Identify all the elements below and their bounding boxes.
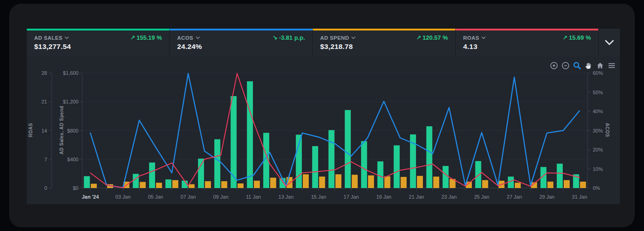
ad-spend-bar — [580, 182, 586, 188]
ad-sales-bar — [426, 126, 432, 188]
home-icon — [596, 61, 604, 70]
kpi-strip: AD SALES ↗155.19 % $13,277.54 ACOS ↘-3.8… — [27, 29, 620, 56]
ad-spend-bar — [417, 176, 423, 188]
ad-spend-bar — [368, 176, 374, 188]
trend-arrow-icon: ↗ — [416, 34, 421, 41]
acos-axis-title: ACOS — [605, 114, 610, 146]
hand-icon — [584, 61, 593, 70]
kpi-delta: ↗15.69 % — [562, 34, 591, 41]
ad-spend-bar — [189, 184, 195, 188]
chevron-down-icon[interactable] — [351, 36, 355, 39]
ad-spend-bar — [238, 183, 244, 188]
ad-spend-bar — [91, 184, 97, 188]
chart-plot[interactable] — [27, 56, 620, 204]
magnifier-icon — [573, 61, 581, 70]
ad-spend-bar — [352, 175, 358, 188]
ad-spend-bar — [303, 174, 309, 188]
expand-metrics-button[interactable] — [598, 29, 620, 56]
x-tick-label: Jan '24 — [77, 194, 104, 200]
ad-sales-bar — [329, 130, 335, 188]
money-tick-label: $1,600 — [27, 70, 78, 76]
ad-spend-bar — [433, 176, 439, 188]
kpi-label: ACOS — [177, 35, 193, 41]
hamburger-menu-icon — [608, 61, 616, 70]
ad-sales-bar — [165, 179, 171, 188]
money-tick-label: $400 — [27, 157, 78, 162]
trend-arrow-icon: ↗ — [130, 34, 135, 41]
ad-sales-bar — [475, 161, 481, 188]
x-tick-label: 15 Jan — [305, 194, 332, 200]
zoom-out-icon — [561, 61, 570, 70]
kpi-acos[interactable]: ACOS ↘-3.81 p.p. 24.24% — [169, 29, 313, 56]
ad-spend-bar — [140, 182, 146, 188]
ad-sales-bar — [149, 163, 155, 188]
acos-tick-label: 50% — [593, 90, 616, 95]
money-tick-label: $1,200 — [27, 99, 78, 104]
acos-tick-label: 10% — [593, 166, 616, 172]
ad-sales-bar — [312, 146, 318, 188]
chevron-down-icon[interactable] — [196, 36, 200, 39]
ad-sales-bar — [377, 161, 383, 188]
ad-spend-bar — [172, 180, 178, 188]
ad-spend-bar — [384, 176, 390, 188]
acos-tick-label: 0% — [593, 185, 616, 191]
ad-sales-bar — [198, 158, 204, 188]
selection-zoom-button[interactable] — [572, 61, 582, 70]
ad-sales-bar — [557, 164, 563, 188]
x-tick-label: 27 Jan — [500, 194, 528, 200]
ad-spend-bar — [254, 181, 260, 188]
chevron-down-icon[interactable] — [65, 36, 69, 39]
x-tick-label: 17 Jan — [337, 194, 365, 200]
kpi-delta: ↗120.57 % — [416, 34, 448, 41]
ad-sales-bar — [214, 139, 220, 188]
kpi-delta: ↗155.19 % — [130, 34, 162, 41]
kpi-ad-sales[interactable]: AD SALES ↗155.19 % $13,277.54 — [27, 29, 169, 56]
ad-sales-bar — [443, 166, 449, 188]
kpi-value: 24.24% — [177, 43, 305, 51]
zoom-out-button[interactable] — [561, 61, 570, 70]
trend-arrow-icon: ↗ — [562, 34, 567, 41]
roas-axis-title: ROAS — [28, 114, 33, 146]
ad-spend-bar — [401, 177, 407, 188]
ad-sales-bar — [84, 176, 90, 188]
chart-panel: 07142128$0$400$800$1,200$1,6000%10%20%30… — [27, 56, 620, 204]
chevron-down-icon[interactable] — [481, 36, 486, 39]
x-tick-label: 21 Jan — [403, 194, 430, 200]
pan-button[interactable] — [584, 61, 593, 70]
ad-spend-bar — [336, 174, 342, 188]
acos-tick-label: 20% — [593, 147, 616, 152]
money-axis-title: AD Sales, AD Spend — [59, 103, 64, 158]
kpi-label: AD SPEND — [320, 35, 349, 41]
x-tick-label: 19 Jan — [370, 194, 397, 200]
x-tick-label: 03 Jan — [109, 194, 137, 200]
ad-spend-bar — [270, 178, 276, 188]
x-tick-label: 09 Jan — [207, 194, 235, 200]
acos-tick-label: 60% — [593, 70, 616, 76]
money-tick-label: $0 — [27, 185, 78, 191]
kpi-label: ROAS — [463, 35, 479, 41]
chart-toolbar — [549, 61, 616, 70]
money-tick-label: $800 — [27, 128, 78, 134]
kpi-value: $13,277.54 — [34, 43, 162, 51]
ad-sales-bar — [133, 174, 139, 188]
kpi-roas[interactable]: ROAS ↗15.69 % 4.13 — [455, 29, 598, 56]
kpi-ad-spend[interactable]: AD SPEND ↗120.57 % $3,218.78 — [313, 29, 456, 56]
kpi-label: AD SALES — [34, 35, 62, 41]
zoom-in-button[interactable] — [549, 61, 559, 70]
x-tick-label: 11 Jan — [240, 194, 267, 200]
dashboard-card: AD SALES ↗155.19 % $13,277.54 ACOS ↘-3.8… — [9, 4, 635, 227]
ad-sales-bar — [247, 81, 253, 188]
ad-spend-bar — [515, 182, 521, 188]
x-tick-label: 31 Jan — [566, 194, 593, 200]
ad-spend-bar — [548, 182, 554, 188]
menu-button[interactable] — [607, 61, 616, 70]
ad-spend-bar — [482, 180, 488, 188]
ad-spend-bar — [205, 181, 211, 188]
kpi-value: $3,218.78 — [320, 43, 448, 51]
home-button[interactable] — [596, 61, 605, 70]
acos-tick-label: 40% — [593, 109, 616, 114]
zoom-in-icon — [550, 61, 558, 70]
x-tick-label: 07 Jan — [175, 194, 202, 200]
ad-sales-bar — [361, 141, 367, 188]
ad-spend-bar — [564, 180, 570, 188]
